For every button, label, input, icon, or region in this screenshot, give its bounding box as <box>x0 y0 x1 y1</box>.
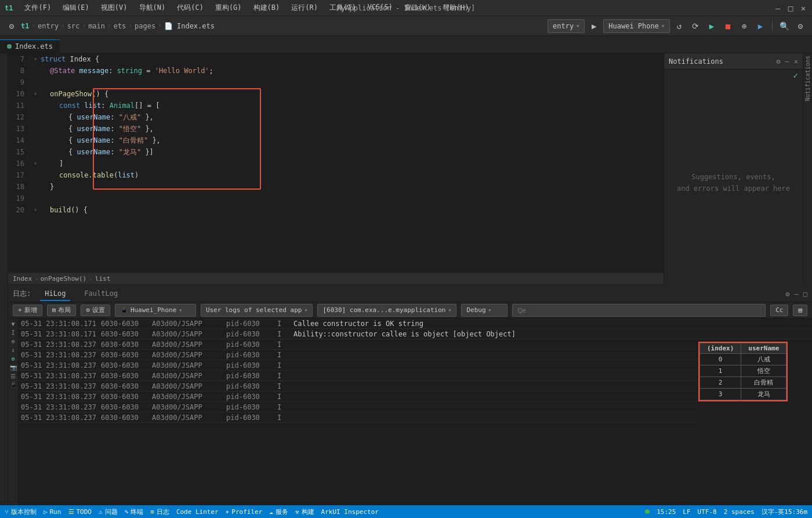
breadcrumb-list[interactable]: list <box>95 275 111 282</box>
log-row[interactable]: 05-31 23:31:08.237 6030-6030 A03d00/JSAP… <box>19 392 696 402</box>
status-encoding[interactable]: UTF-8 <box>698 508 717 516</box>
tab-faultlog[interactable]: FaultLog <box>79 287 122 301</box>
code-line-18[interactable]: } <box>29 181 664 193</box>
breadcrumb-ets[interactable]: ets <box>114 22 126 30</box>
breadcrumb-pages[interactable]: pages <box>135 22 155 30</box>
status-time[interactable]: 15:25 <box>657 508 676 516</box>
code-line-8[interactable]: @State message: string = 'Hello World'; <box>29 65 664 77</box>
menu-view[interactable]: 视图(V) <box>99 2 130 14</box>
search-icon[interactable]: 🔍 <box>777 19 791 33</box>
device-dropdown[interactable]: Huawei Phone ▾ <box>603 19 670 33</box>
close-button[interactable]: ✕ <box>799 4 807 12</box>
status-build[interactable]: ⚒ 构建 <box>295 508 314 516</box>
bottom-panel-settings-icon[interactable]: ⚙ <box>785 290 789 298</box>
fold-icon[interactable]: ▾ <box>34 53 41 65</box>
stop-icon[interactable]: ■ <box>721 19 735 33</box>
maximize-button[interactable]: □ <box>786 4 795 12</box>
menu-nav[interactable]: 导航(N) <box>137 2 168 14</box>
code-line-13[interactable]: { userName: "悟空" }, <box>29 123 664 135</box>
breadcrumb-index[interactable]: Index <box>13 275 32 282</box>
code-line-12[interactable]: { userName: "八戒" }, <box>29 111 664 123</box>
status-run[interactable]: ▷ Run <box>44 508 61 516</box>
notifications-sidebar-label[interactable]: Notifications <box>804 56 811 101</box>
search-input[interactable] <box>517 307 760 314</box>
gear-icon[interactable]: ⚙ <box>793 19 807 33</box>
status-service[interactable]: ☁ 服务 <box>269 508 288 516</box>
status-terminal[interactable]: ✎ 终端 <box>125 508 144 516</box>
fold-icon[interactable]: ▾ <box>34 88 41 100</box>
fold-icon[interactable]: ▾ <box>34 158 41 169</box>
log-filter-dropdown[interactable]: User logs of selected app ▾ <box>201 304 313 317</box>
status-lang[interactable]: 汉字-英15:36m <box>762 508 807 516</box>
code-line-15[interactable]: { userName: "龙马" }] <box>29 146 664 158</box>
refresh-icon[interactable]: ↺ <box>672 19 686 33</box>
log-icon-1[interactable]: I <box>11 329 14 336</box>
status-problems[interactable]: ⚠ 问题 <box>99 508 118 516</box>
run2-icon[interactable]: ▶ <box>753 19 767 33</box>
breadcrumb-entry[interactable]: entry <box>38 22 59 30</box>
status-codelinter[interactable]: Code Linter <box>176 508 219 516</box>
cc-button[interactable]: Cc <box>770 305 788 316</box>
log-row[interactable]: 05-31 23:31:08.237 6030-6030 A03d00/JSAP… <box>19 350 696 360</box>
menu-run[interactable]: 运行(R) <box>289 2 320 14</box>
collapse-icon[interactable]: ▼ <box>11 321 14 327</box>
log-row[interactable]: 05-31 23:31:08.237 6030-6030 A03d00/JSAP… <box>19 371 696 381</box>
fold-icon[interactable]: ▾ <box>34 204 41 216</box>
log-row[interactable]: 05-31 23:31:08.171 6030-6030 A03d00/JSAP… <box>19 318 812 329</box>
log-row[interactable]: 05-31 23:31:08.237 6030-6030 A03d00/JSAP… <box>19 381 696 392</box>
filter-icon-btn[interactable]: ▤ <box>793 305 807 316</box>
breadcrumb-indexets[interactable]: 📄 Index.ets <box>164 22 215 30</box>
file-tab-indexets[interactable]: Index.ets <box>0 39 60 53</box>
menu-refactor[interactable]: 重构(G) <box>213 2 244 14</box>
tab-hilog[interactable]: HiLog <box>40 287 70 301</box>
log-row[interactable]: 05-31 23:31:08.237 6030-6030 A03d00/JSAP… <box>19 360 696 371</box>
log-icon-2[interactable]: ⊕ <box>11 338 14 345</box>
sync-icon[interactable]: ⟳ <box>688 19 702 33</box>
notifications-settings-icon[interactable]: ⚙ <box>776 57 780 66</box>
code-line-7[interactable]: ▾ struct Index { <box>29 53 664 65</box>
code-line-14[interactable]: { userName: "白骨精" }, <box>29 135 664 146</box>
breadcrumb-onpageshow[interactable]: onPageShow() <box>41 275 86 282</box>
log-icon-7[interactable]: 📱 <box>10 382 17 388</box>
code-lines[interactable]: ▾ struct Index { @State message: string … <box>29 53 664 272</box>
log-row[interactable]: 05-31 23:31:08.237 6030-6030 A03d00/JSAP… <box>19 339 696 350</box>
device-filter-dropdown[interactable]: 📱 Huawei_Phone ▾ <box>115 304 196 317</box>
log-row[interactable]: 05-31 23:31:08.237 6030-6030 A03d00/JSAP… <box>19 402 696 412</box>
log-row[interactable]: 05-31 23:31:08.171 6030-6030 A03d00/JSAP… <box>19 329 812 339</box>
code-line-9[interactable] <box>29 77 664 88</box>
status-arkui[interactable]: ArkUI Inspector <box>321 508 379 516</box>
build-icon[interactable]: ▶ <box>705 19 719 33</box>
menu-code[interactable]: 代码(C) <box>175 2 206 14</box>
editor-content[interactable]: 7 8 9 10 11 12 13 14 15 16 17 18 19 20 <box>8 53 664 272</box>
status-todo[interactable]: ☰ TODO <box>68 508 92 516</box>
status-log[interactable]: ≡ 日志 <box>150 508 169 516</box>
code-line-11[interactable]: const list: Animal[] = [ <box>29 100 664 111</box>
code-line-16[interactable]: ▾ ] <box>29 158 664 169</box>
minimize-button[interactable]: — <box>774 4 782 12</box>
bottom-panel-expand-icon[interactable]: □ <box>803 290 807 298</box>
notifications-close-icon[interactable]: ✕ <box>794 57 798 66</box>
layout-button[interactable]: ⊞ 布局 <box>47 305 77 316</box>
log-icon-4[interactable]: ⊕ <box>11 356 14 362</box>
breadcrumb-t1[interactable]: t1 <box>21 22 29 30</box>
log-row[interactable]: 05-31 23:31:08.237 6030-6030 A03d00/JSAP… <box>19 412 696 423</box>
code-line-20[interactable]: ▾ build() { <box>29 204 664 216</box>
log-icon-3[interactable]: ↕ <box>11 347 14 353</box>
level-dropdown[interactable]: Debug ▾ <box>461 304 507 317</box>
profile-icon[interactable]: ⊕ <box>737 19 751 33</box>
entry-dropdown[interactable]: entry ▾ <box>548 19 585 33</box>
code-line-19[interactable] <box>29 193 664 204</box>
breadcrumb-main[interactable]: main <box>88 22 105 30</box>
status-indent[interactable]: 2 spaces <box>724 508 755 516</box>
notifications-minimize-icon[interactable]: — <box>785 57 789 66</box>
run-icon[interactable]: ▶ <box>587 19 601 33</box>
menu-edit[interactable]: 编辑(E) <box>60 2 92 14</box>
code-line-17[interactable]: console.table(list) <box>29 169 664 181</box>
code-line-10[interactable]: ▾ onPageShow() { <box>29 88 664 100</box>
status-line-ending[interactable]: LF <box>683 508 690 516</box>
breadcrumb-src[interactable]: src <box>67 22 80 30</box>
status-version-control[interactable]: ⑂ 版本控制 <box>5 508 37 516</box>
menu-build[interactable]: 构建(B) <box>251 2 282 14</box>
add-button[interactable]: + 新增 <box>13 305 42 316</box>
log-icon-6[interactable]: ☰ <box>10 373 16 379</box>
